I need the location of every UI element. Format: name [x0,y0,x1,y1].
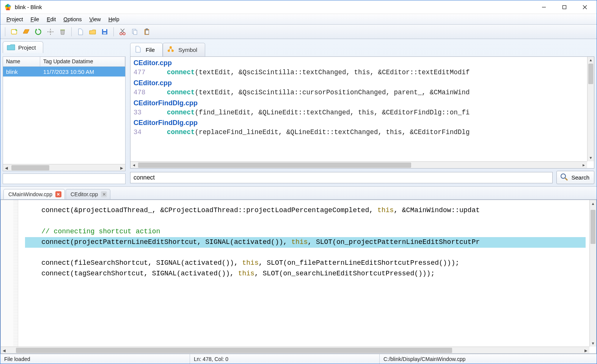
svg-rect-20 [103,32,106,34]
svg-rect-5 [563,5,566,9]
menu-options[interactable]: Options [60,15,85,24]
editor-hscrollbar[interactable]: ◀▶ [1,347,589,353]
maximize-button[interactable] [554,0,575,14]
editor-tabs: CMainWindow.cpp ✕ CEditor.cpp ✕ [0,187,597,200]
tab-symbol-label: Symbol [178,47,197,53]
search-icon [560,173,568,182]
svg-rect-29 [146,28,148,30]
svg-rect-19 [103,29,106,31]
refresh-icon[interactable] [33,26,44,37]
new-project-icon[interactable] [8,26,20,37]
col-datetime[interactable]: Tag Update Datatime [40,57,125,66]
toolbar [0,25,597,39]
menu-project[interactable]: Project [3,15,27,24]
editor-tab-cmainwindow[interactable]: CMainWindow.cpp ✕ [3,189,65,199]
result-line[interactable]: 478connect(textEdit, &QsciScintilla::cur… [134,87,592,98]
svg-point-22 [123,33,125,35]
svg-marker-9 [16,29,17,31]
menu-view[interactable]: View [86,15,105,24]
project-row-name: blink [3,69,40,75]
new-file-icon[interactable] [75,26,86,37]
editor-area: CMainWindow.cpp ✕ CEditor.cpp ✕ connect(… [0,187,597,354]
open-project-icon[interactable] [20,26,32,37]
result-file[interactable]: CEditorFindDlg.cpp [134,99,592,107]
editor-tab-label: CMainWindow.cpp [8,191,52,197]
editor-vscrollbar[interactable]: ▲▼ [589,200,596,347]
svg-point-11 [49,31,52,33]
svg-rect-28 [146,30,149,34]
window-title: blink - Blink [15,4,42,10]
result-file[interactable]: CEditor.cpp [134,59,592,67]
settings-icon[interactable] [45,26,56,37]
close-button[interactable] [575,0,595,14]
project-tab[interactable]: Project [3,41,43,53]
status-cursor: Ln: 478, Col: 0 [190,354,380,364]
result-file[interactable]: CEditorFindDlg.cpp [134,119,592,127]
svg-line-35 [171,48,173,50]
tab-symbol[interactable]: Symbol [163,43,205,56]
symbol-icon [167,45,174,54]
project-tab-label: Project [18,44,36,51]
app-icon [4,3,12,11]
status-left: File loaded [0,354,190,364]
trash-icon[interactable] [57,26,68,37]
menu-file[interactable]: File [27,15,43,24]
result-file[interactable]: CEditor.cpp [134,79,592,87]
svg-rect-26 [134,30,137,34]
code-editor[interactable]: connect(&projectLoadThread_, &CProjectLo… [0,200,597,354]
minimize-button[interactable] [534,0,554,14]
project-hscrollbar[interactable]: ◀▶ [3,164,125,171]
col-name[interactable]: Name [3,57,40,66]
editor-tab-label: CEditor.cpp [71,191,98,197]
file-icon [134,45,142,54]
title-bar: blink - Blink [0,0,597,14]
status-bar: File loaded Ln: 478, Col: 0 C:/blink/Dis… [0,354,597,364]
editor-gutter [1,200,18,347]
project-panel: Project Name Tag Update Datatime blink 1… [0,39,128,186]
search-panel: File Symbol CEditor.cpp477connect(textEd… [128,39,597,186]
menu-bar: Project File Edit Options View Help [0,14,597,25]
results-vscrollbar[interactable]: ▲▼ [587,57,594,161]
search-button-label: Search [571,174,589,181]
menu-help[interactable]: Help [105,15,123,24]
menu-edit[interactable]: Edit [43,15,60,24]
svg-line-34 [169,48,171,50]
folder-icon [7,44,15,51]
editor-tab-ceditor[interactable]: CEditor.cpp ✕ [66,189,110,199]
cut-icon[interactable] [117,26,128,37]
project-row[interactable]: blink 11/7/2023 10:50 AM [3,67,125,77]
paste-icon[interactable] [141,26,152,37]
copy-icon[interactable] [129,26,140,37]
save-icon[interactable] [99,26,110,37]
svg-marker-10 [35,28,37,30]
search-input[interactable] [130,172,553,183]
close-tab-icon[interactable]: ✕ [101,191,107,197]
project-filter-input[interactable] [3,173,126,184]
search-results[interactable]: CEditor.cpp477connect(textEdit, &QsciSci… [130,56,594,169]
project-table-header: Name Tag Update Datatime [3,57,125,67]
svg-point-21 [120,33,122,35]
status-path: C:/blink/Display/CMainWindow.cpp [380,354,597,364]
open-file-icon[interactable] [87,26,98,37]
tab-file[interactable]: File [130,43,163,56]
result-line[interactable]: 34connect(replaceFind_lineEdit, &QLineEd… [134,127,592,138]
project-table: Name Tag Update Datatime blink 11/7/2023… [3,56,126,171]
tab-file-label: File [146,47,155,53]
upper-panels: Project Name Tag Update Datatime blink 1… [0,39,597,187]
results-hscrollbar[interactable]: ◀▶ [130,161,587,168]
svg-line-37 [565,178,567,180]
code-content[interactable]: connect(&projectLoadThread_, &CProjectLo… [18,200,589,347]
svg-point-36 [561,174,566,178]
search-button[interactable]: Search [556,171,594,184]
result-line[interactable]: 477connect(textEdit, &QsciScintilla::tex… [134,67,592,78]
result-line[interactable]: 33connect(find_lineEdit, &QLineEdit::tex… [134,107,592,119]
svg-rect-16 [60,30,65,30]
project-row-dt: 11/7/2023 10:50 AM [40,69,125,75]
close-tab-icon[interactable]: ✕ [55,191,61,197]
